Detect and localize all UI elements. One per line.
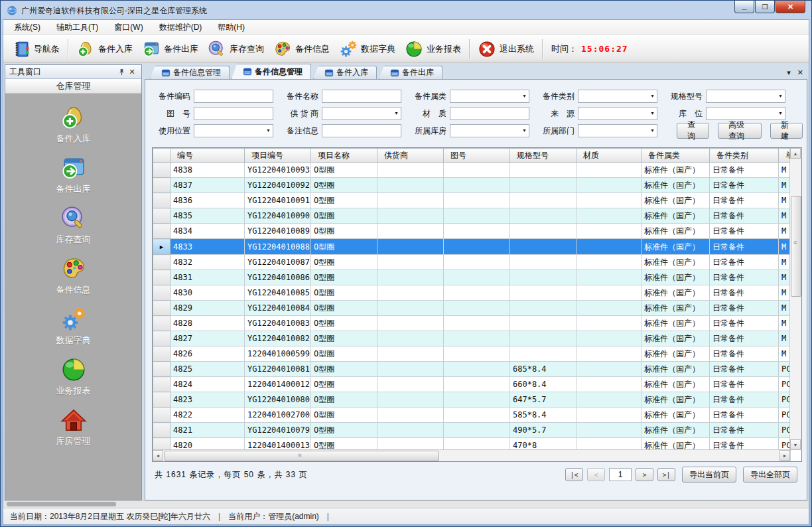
- row-selector-cell[interactable]: [153, 362, 170, 377]
- toolbar-button-exit-system[interactable]: 退出系统: [473, 38, 539, 60]
- bottom-scrollbar[interactable]: [3, 500, 809, 508]
- table-cell[interactable]: O型圈: [311, 362, 377, 377]
- table-row[interactable]: 4825YG12204010081O型圈685*8.4标准件（国产）日常备件PC: [153, 362, 791, 377]
- table-row[interactable]: 4835YG12204010090O型圈标准件（国产）日常备件M: [153, 208, 791, 224]
- table-cell[interactable]: M: [779, 178, 791, 193]
- table-cell[interactable]: [377, 362, 444, 377]
- table-row[interactable]: 48241220401400012O型圈660*8.4标准件（国产）日常备件PC: [153, 377, 791, 392]
- drawing-no-input[interactable]: [194, 107, 273, 120]
- table-cell[interactable]: 490*5.7: [510, 423, 576, 438]
- table-cell[interactable]: 日常备件: [710, 346, 779, 362]
- table-cell[interactable]: [576, 163, 642, 178]
- spare-category-select[interactable]: [450, 90, 529, 103]
- table-cell[interactable]: [510, 316, 576, 331]
- table-cell[interactable]: PC: [779, 423, 791, 438]
- table-cell[interactable]: YG12204010083: [245, 316, 311, 331]
- table-cell[interactable]: [377, 423, 444, 438]
- table-cell[interactable]: 日常备件: [710, 362, 779, 377]
- toolbar-button-stock-query[interactable]: 库存查询: [203, 38, 269, 60]
- next-page-button[interactable]: >: [636, 468, 653, 481]
- table-cell[interactable]: 4821: [170, 423, 245, 438]
- table-cell[interactable]: 标准件（国产）: [642, 285, 710, 301]
- table-cell[interactable]: M: [779, 163, 791, 178]
- new-button[interactable]: 新建: [770, 123, 803, 139]
- table-cell[interactable]: 标准件（国产）: [642, 362, 710, 377]
- close-tab-icon[interactable]: ✕: [797, 69, 803, 76]
- table-cell[interactable]: 标准件（国产）: [642, 224, 710, 239]
- table-cell[interactable]: [444, 255, 510, 270]
- table-cell[interactable]: O型圈: [311, 285, 377, 301]
- table-cell[interactable]: PC: [779, 408, 791, 423]
- tab-spare-out[interactable]: 备件出库: [379, 66, 442, 79]
- table-cell[interactable]: O型圈: [311, 377, 377, 392]
- table-cell[interactable]: 4831: [170, 270, 245, 285]
- table-cell[interactable]: [510, 163, 576, 178]
- table-cell[interactable]: [576, 224, 642, 239]
- table-cell[interactable]: 日常备件: [710, 224, 779, 239]
- sidebar-item-spare-in[interactable]: 备件入库: [56, 104, 91, 145]
- table-cell[interactable]: [444, 285, 510, 301]
- table-cell[interactable]: YG12204010093: [245, 163, 311, 178]
- table-cell[interactable]: YG12204010084: [245, 301, 311, 316]
- export-current-page-button[interactable]: 导出当前页: [682, 467, 736, 483]
- table-cell[interactable]: YG12204010090: [245, 208, 311, 224]
- material-input[interactable]: [450, 107, 529, 120]
- row-selector-cell[interactable]: [153, 331, 170, 346]
- table-cell[interactable]: [576, 270, 642, 285]
- scroll-left-icon[interactable]: ◄: [153, 450, 163, 461]
- row-selector-cell[interactable]: [153, 408, 170, 423]
- table-cell[interactable]: 日常备件: [710, 193, 779, 208]
- toolbar-button-nav-bar[interactable]: 导航条: [7, 38, 64, 60]
- table-cell[interactable]: 4825: [170, 362, 245, 377]
- table-cell[interactable]: 日常备件: [710, 377, 779, 392]
- table-cell[interactable]: 4826: [170, 346, 245, 362]
- table-cell[interactable]: [510, 239, 576, 255]
- table-cell[interactable]: M: [779, 193, 791, 208]
- prev-page-button[interactable]: <: [587, 468, 605, 481]
- horizontal-scrollbar[interactable]: ◄ ►: [153, 449, 790, 461]
- table-cell[interactable]: 585*8.4: [510, 408, 576, 423]
- table-cell[interactable]: [377, 331, 444, 346]
- table-cell[interactable]: 标准件（国产）: [642, 331, 710, 346]
- table-cell[interactable]: [377, 301, 444, 316]
- table-cell[interactable]: [377, 224, 444, 239]
- row-selector-cell[interactable]: [153, 163, 170, 178]
- table-cell[interactable]: M: [779, 224, 791, 239]
- table-cell[interactable]: [444, 270, 510, 285]
- spec-model-select[interactable]: [706, 90, 785, 103]
- table-cell[interactable]: 日常备件: [710, 178, 779, 193]
- table-cell[interactable]: [444, 362, 510, 377]
- table-cell[interactable]: M: [779, 316, 791, 331]
- table-cell[interactable]: O型圈: [311, 301, 377, 316]
- table-cell[interactable]: 标准件（国产）: [642, 255, 710, 270]
- table-cell[interactable]: [576, 377, 642, 392]
- source-select[interactable]: [578, 107, 657, 120]
- table-cell[interactable]: 4834: [170, 224, 245, 239]
- sidebar-item-spare-out[interactable]: 备件出库: [56, 155, 91, 195]
- table-cell[interactable]: 日常备件: [710, 331, 779, 346]
- table-cell[interactable]: 4824: [170, 377, 245, 392]
- table-cell[interactable]: 日常备件: [710, 392, 779, 408]
- table-cell[interactable]: YG12204010091: [245, 193, 311, 208]
- table-cell[interactable]: M: [779, 301, 791, 316]
- minimize-button[interactable]: [734, 1, 754, 13]
- pin-icon[interactable]: [116, 68, 127, 76]
- table-cell[interactable]: O型圈: [311, 208, 377, 224]
- scroll-up-icon[interactable]: ▲: [790, 148, 801, 159]
- table-cell[interactable]: 标准件（国产）: [642, 301, 710, 316]
- table-cell[interactable]: [510, 331, 576, 346]
- tab-spare-info-manage-2[interactable]: 备件信息管理: [232, 64, 311, 79]
- table-cell[interactable]: [377, 316, 444, 331]
- table-cell[interactable]: O型圈: [311, 255, 377, 270]
- toolbar-button-data-dict[interactable]: 数据字典: [334, 38, 400, 60]
- table-cell[interactable]: [444, 316, 510, 331]
- table-cell[interactable]: [377, 408, 444, 423]
- row-selector-cell[interactable]: [153, 193, 170, 208]
- table-cell[interactable]: [444, 377, 510, 392]
- table-cell[interactable]: YG12204010079: [245, 423, 311, 438]
- table-cell[interactable]: 标准件（国产）: [642, 316, 710, 331]
- table-cell[interactable]: O型圈: [311, 224, 377, 239]
- row-selector-cell[interactable]: [153, 377, 170, 392]
- table-cell[interactable]: [444, 346, 510, 362]
- tab-spare-in[interactable]: 备件入库: [313, 66, 377, 79]
